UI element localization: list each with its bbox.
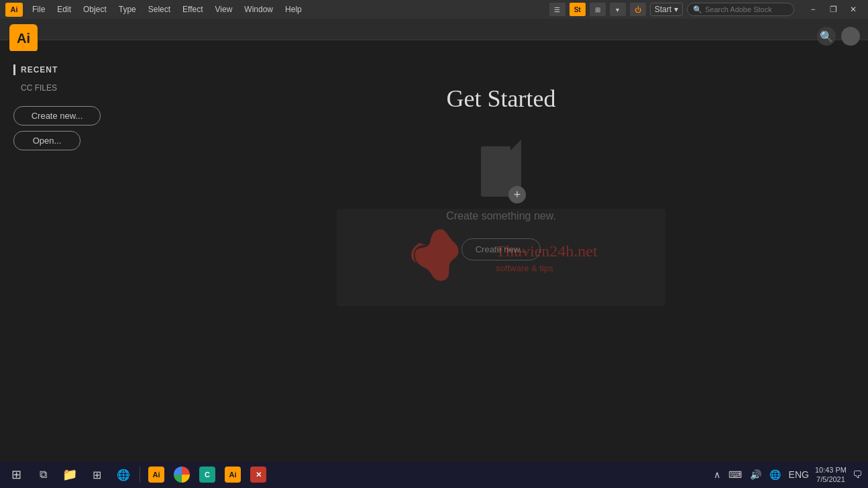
ai-logo-large: Ai: [9, 24, 38, 52]
cc-files-link[interactable]: CC FILES: [21, 83, 121, 93]
recent-indicator: [13, 64, 15, 75]
workspace-chevron-icon: ▾: [674, 5, 678, 14]
create-new-button[interactable]: Create new...: [13, 106, 101, 126]
secondary-toolbar: [0, 19, 868, 40]
page-title: Get Started: [447, 85, 556, 113]
watermark-inner: Thuvien24h.net software & tips: [337, 209, 665, 306]
menu-type[interactable]: Type: [113, 3, 142, 15]
ai-logo: Ai: [5, 3, 23, 17]
language-label[interactable]: ENG: [787, 468, 811, 481]
notification-icon[interactable]: 🗨: [851, 468, 864, 481]
task-view-icon: ⧉: [40, 469, 47, 481]
windows-icon: ⊞: [11, 467, 21, 482]
grid-app-button[interactable]: ⊞: [85, 464, 109, 485]
watermark-overlay: Thuvien24h.net software & tips: [337, 209, 665, 306]
menu-edit[interactable]: Edit: [52, 3, 76, 15]
taskbar-separator: [140, 467, 140, 483]
horse-logo-icon: [404, 217, 485, 298]
main-content: RECENT CC FILES Create new... Open... Ge…: [0, 51, 868, 461]
open-button[interactable]: Open...: [13, 131, 80, 150]
keyboard-icon[interactable]: ⌨: [726, 468, 744, 481]
red-app-icon: ✕: [250, 467, 266, 483]
watermark-text: Thuvien24h.net software & tips: [496, 242, 597, 273]
taskbar-ai2[interactable]: Ai: [221, 464, 245, 485]
menu-help[interactable]: Help: [280, 3, 307, 15]
search-input[interactable]: [705, 5, 785, 13]
taskbar-illustrator[interactable]: Ai: [144, 464, 168, 485]
system-clock[interactable]: 10:43 PM 7/5/2021: [815, 465, 847, 485]
green-app-icon: C: [199, 467, 215, 483]
menu-file[interactable]: File: [27, 3, 50, 15]
taskbar-right: ∧ ⌨ 🔊 🌐 ENG 10:43 PM 7/5/2021 🗨: [712, 465, 864, 485]
plus-circle-icon[interactable]: +: [508, 186, 526, 203]
watermark-subtitle: software & tips: [496, 263, 597, 273]
title-bar: Ai File Edit Object Type Select Effect V…: [0, 0, 868, 19]
recent-header: RECENT: [13, 64, 121, 75]
taskbar-green-app[interactable]: C: [195, 464, 219, 485]
menu-object[interactable]: Object: [78, 3, 112, 15]
network-icon[interactable]: 🌐: [767, 468, 783, 481]
center-content: Get Started + Create something new. Crea…: [134, 51, 868, 461]
clock-date: 7/5/2021: [816, 475, 845, 484]
stock-icon[interactable]: St: [569, 3, 586, 16]
grid-app-icon: ⊞: [93, 469, 101, 481]
volume-icon[interactable]: 🔊: [748, 468, 763, 481]
taskbar-chrome[interactable]: [170, 464, 194, 485]
clock-time: 10:43 PM: [815, 465, 847, 475]
ai2-icon: Ai: [225, 467, 241, 483]
menu-window[interactable]: Window: [239, 3, 278, 15]
profile-avatar[interactable]: [841, 27, 860, 46]
grid-icon[interactable]: ⊞: [590, 3, 606, 16]
browser-button[interactable]: 🌐: [111, 464, 135, 485]
document-icon: +: [478, 140, 525, 197]
arrange-icon[interactable]: ☰: [549, 3, 565, 16]
menu-effect[interactable]: Effect: [177, 3, 208, 15]
task-view-button[interactable]: ⧉: [31, 464, 55, 485]
search-icon: 🔍: [693, 5, 702, 14]
ai-taskbar-icon: Ai: [148, 467, 164, 483]
folder-icon: 📁: [62, 467, 77, 482]
menu-select[interactable]: Select: [143, 3, 176, 15]
window-controls: − ❐ ✕: [804, 3, 863, 16]
file-explorer-button[interactable]: 📁: [58, 464, 82, 485]
search-large-icon[interactable]: 🔍: [817, 27, 836, 46]
workspace-label: Start: [655, 5, 671, 14]
recent-label: RECENT: [21, 65, 58, 75]
toolbar-icons: ☰ St ⊞ ▾ ⏻ Start ▾ 🔍: [549, 3, 794, 16]
watermark-title: Thuvien24h.net: [496, 242, 597, 260]
power-icon[interactable]: ⏻: [630, 3, 646, 16]
taskbar-red-app[interactable]: ✕: [246, 464, 270, 485]
doc-fold: [510, 140, 521, 150]
menu-view[interactable]: View: [210, 3, 238, 15]
chrome-icon: [174, 467, 190, 483]
search-box[interactable]: 🔍: [687, 3, 794, 16]
minimize-button[interactable]: −: [804, 3, 822, 16]
taskbar: ⊞ ⧉ 📁 ⊞ 🌐 Ai C Ai ✕: [0, 461, 868, 488]
menu-bar: File Edit Object Type Select Effect View…: [27, 3, 545, 15]
sidebar: RECENT CC FILES Create new... Open...: [0, 51, 134, 461]
maximize-button[interactable]: ❐: [824, 3, 843, 16]
workspace-selector[interactable]: Start ▾: [650, 3, 683, 16]
taskbar-apps: Ai C Ai ✕: [144, 464, 270, 485]
start-button[interactable]: ⊞: [4, 464, 28, 485]
chevron-up-icon[interactable]: ∧: [712, 468, 722, 481]
chevron-down-icon[interactable]: ▾: [610, 3, 626, 16]
globe-icon: 🌐: [117, 469, 130, 481]
close-button[interactable]: ✕: [844, 3, 863, 16]
